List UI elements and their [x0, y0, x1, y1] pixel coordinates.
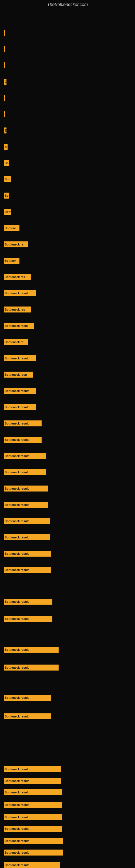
bar-row: Bo [4, 193, 9, 198]
bar-label: Bottleneck result [5, 405, 29, 409]
result-bar: Bottleneck result [4, 695, 51, 701]
result-bar: Bottleneck result [4, 355, 36, 361]
bar-row: Bottleneck result [4, 616, 52, 622]
page-wrapper: TheBottlenecker.com |||E||EBBoBottBoBott… [0, 0, 135, 868]
bar-row: Bottleneck result [4, 290, 36, 296]
result-bar: | [4, 46, 5, 52]
bar-label: Bottleck [5, 259, 16, 262]
result-bar: Bottleneck resu [4, 372, 33, 378]
bar-row: Bottleneck res [4, 274, 31, 280]
result-bar: Bott [4, 176, 11, 182]
bars-container: |||E||EBBoBottBoBottBottleneBottleneck r… [0, 8, 135, 868]
bar-label: Bottleneck result [5, 438, 29, 441]
result-bar: Bottleneck result [4, 826, 62, 832]
bar-row: Bottleneck result [4, 802, 62, 808]
bar-label: Bottleneck result [5, 357, 29, 360]
bar-label: Bottleneck result [5, 827, 29, 830]
bar-row: Bottleneck result [4, 469, 46, 475]
result-bar: Bottleneck result [4, 567, 51, 573]
result-bar: E [4, 79, 6, 85]
bar-row: Bott [4, 209, 11, 215]
bar-label: Bottleneck result [5, 715, 29, 718]
bar-label: Bottleneck resu [5, 373, 27, 376]
site-title: TheBottlenecker.com [0, 0, 135, 8]
bar-row: Bottleneck result [4, 502, 48, 508]
bar-label: E [5, 129, 6, 132]
bar-row: Bottleneck result [4, 518, 50, 524]
bar-label: Bottleneck result [5, 696, 29, 699]
bar-row: Bottleneck result [4, 838, 63, 844]
bar-row: | [4, 30, 5, 36]
bar-row: Bottleneck result [4, 453, 46, 459]
bar-row: Bottleneck result [4, 713, 51, 719]
bar-row: Bottleneck result [4, 664, 58, 671]
result-bar: Bottleck [4, 258, 19, 264]
bar-label: Bottleneck result [5, 291, 29, 295]
bar-label: Bottleneck result [5, 648, 29, 651]
bar-row: B [4, 144, 8, 150]
bar-row: | [4, 62, 5, 68]
bar-label: Bottleneck result [5, 791, 29, 794]
bar-row: Bottleneck re [4, 339, 28, 345]
result-bar: Bottleneck result [4, 789, 62, 795]
result-bar: Bottleneck result [4, 849, 63, 856]
bar-label: Bo [5, 194, 9, 197]
bar-label: Bottleneck result [5, 422, 29, 425]
result-bar: Bott [4, 209, 11, 215]
result-bar: Bottleneck result [4, 647, 58, 653]
bar-row: Bottleneck result [4, 355, 36, 361]
result-bar: Bottleneck result [4, 778, 61, 784]
bar-row: | [4, 95, 5, 101]
bar-row: Bottleneck result [4, 695, 51, 701]
result-bar: Bottleneck result [4, 502, 48, 508]
bar-row: Bottleneck result [4, 778, 61, 784]
bar-row: Bottleneck result [4, 551, 51, 557]
bar-label: Bottleneck result [5, 816, 29, 819]
bar-label: Bottleneck result [5, 779, 29, 782]
bar-row: Bottleneck result [4, 404, 36, 410]
result-bar: Bottleneck result [4, 713, 51, 719]
result-bar: Bottleneck result [4, 437, 42, 443]
result-bar: Bottleneck result [4, 518, 50, 524]
bar-label: Bott [5, 178, 10, 181]
result-bar: E [4, 127, 6, 133]
result-bar: Bottleneck result [4, 862, 60, 868]
bar-row: Bottleneck result [4, 862, 60, 868]
bar-row: Bottleneck result [4, 599, 52, 604]
bar-label: Bottleneck re [5, 243, 24, 246]
bar-label: Bottleneck result [5, 454, 29, 458]
bar-label: B [5, 145, 7, 148]
result-bar: Bottleneck result [4, 814, 62, 820]
bar-label: Bottleneck result [5, 471, 29, 474]
bar-label: E [5, 80, 6, 83]
bar-row: Bottleneck result [4, 849, 63, 856]
bar-label: Bottleneck result [5, 503, 29, 506]
bar-label: Bottleneck result [5, 839, 29, 842]
bar-label: Bott [5, 210, 10, 214]
bar-label: Bottleneck resul [5, 324, 28, 328]
result-bar: Bo [4, 160, 9, 166]
bar-row: Bottleneck result [4, 647, 58, 653]
bar-row: Bottleneck result [4, 814, 62, 820]
result-bar: Bottleneck result [4, 664, 58, 671]
result-bar: Bo [4, 193, 9, 198]
result-bar: Bottleneck res [4, 307, 31, 312]
result-bar: Bottleneck re [4, 241, 28, 247]
bar-row: Bott [4, 176, 11, 182]
result-bar: Bottleneck result [4, 766, 61, 772]
bar-label: Bottleneck result [5, 803, 29, 806]
bar-label: Bottleneck result [5, 863, 29, 867]
bar-label: Bottleneck result [5, 487, 29, 490]
result-bar: Bottlene [4, 225, 19, 231]
bar-label: Bottleneck result [5, 600, 29, 603]
result-bar: B [4, 144, 8, 150]
result-bar: Bottleneck result [4, 486, 48, 492]
bar-row: Bottleneck resul [4, 323, 34, 329]
result-bar: Bottleneck result [4, 802, 62, 808]
bar-row: Bottleneck result [4, 421, 42, 426]
bar-row: Bottlene [4, 225, 19, 231]
bar-row: Bo [4, 160, 9, 166]
bar-label: Bottleneck result [5, 768, 29, 771]
bar-row: Bottleneck result [4, 789, 62, 795]
bar-label: Bottleneck result [5, 552, 29, 555]
